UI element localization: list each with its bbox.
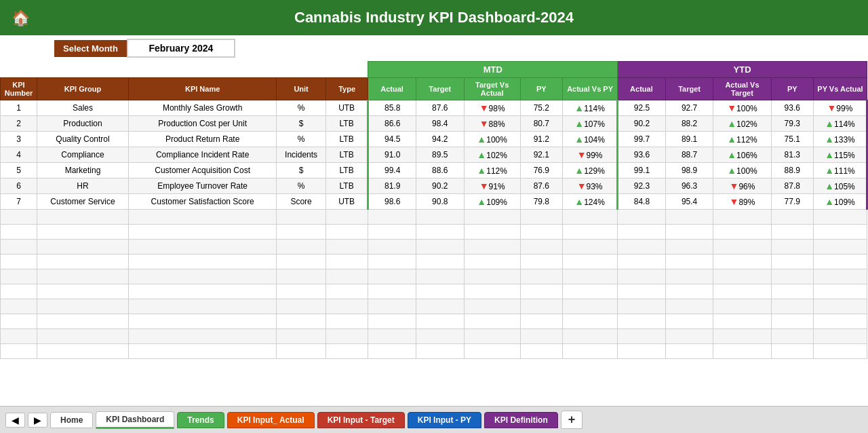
col-ytd-avst: Actual Vs Target: [713, 78, 771, 100]
up-arrow-icon: ▲: [727, 118, 736, 129]
down-arrow-icon: ▼: [730, 196, 739, 207]
col-mtd-py: PY: [520, 78, 562, 100]
empty-row: [1, 225, 867, 240]
col-mtd-target: Target: [416, 78, 464, 100]
tab-home[interactable]: Home: [50, 412, 93, 428]
col-unit: Unit: [277, 78, 326, 100]
tab-kpi-dashboard[interactable]: KPI Dashboard: [96, 411, 174, 429]
nav-next-button[interactable]: ▶: [28, 413, 47, 428]
up-arrow-icon: ▲: [574, 118, 584, 129]
kpi-table: MTD YTD KPI Number KPI Group KPI Name Un…: [0, 61, 868, 359]
down-arrow-icon: ▼: [479, 118, 489, 129]
month-label: Select Month: [54, 40, 127, 57]
col-ytd-actual: Actual: [618, 78, 666, 100]
up-arrow-icon: ▲: [477, 134, 486, 145]
down-arrow-icon: ▼: [827, 102, 837, 113]
column-header-row: KPI Number KPI Group KPI Name Unit Type …: [1, 78, 867, 100]
tab-trends[interactable]: Trends: [177, 412, 224, 428]
up-arrow-icon: ▲: [477, 165, 486, 176]
app-header: 🏠 Cannabis Industry KPI Dashboard-2024: [0, 0, 868, 35]
down-arrow-icon: ▼: [577, 149, 587, 160]
empty-row: [1, 329, 867, 344]
col-mtd-tva: Target Vs Actual: [464, 78, 520, 100]
up-arrow-icon: ▲: [574, 196, 584, 207]
empty-row: [1, 284, 867, 299]
empty-row: [1, 299, 867, 314]
up-arrow-icon: ▲: [574, 102, 584, 113]
kpi-table-body: 1SalesMonthly Sales Growth%UTB85.887.6▼9…: [1, 100, 867, 359]
col-type: Type: [326, 78, 368, 100]
col-ytd-pvsa: PY Vs Actual: [813, 78, 867, 100]
table-row: 5MarketingCustomer Acquisition Cost$LTB9…: [1, 163, 867, 178]
month-value[interactable]: February 2024: [127, 39, 235, 58]
up-arrow-icon: ▲: [825, 165, 834, 176]
month-selector-row: Select Month February 2024: [0, 35, 868, 61]
section-header-row: MTD YTD: [1, 62, 867, 78]
col-ytd-target: Target: [665, 78, 713, 100]
table-row: 7Customer ServiceCustomer Satisfaction S…: [1, 194, 867, 210]
down-arrow-icon: ▼: [577, 181, 587, 191]
table-row: 2ProductionProduction Cost per Unit$LTB8…: [1, 116, 867, 132]
empty-row: [1, 240, 867, 255]
col-mtd-avspy: Actual Vs PY: [563, 78, 618, 100]
home-icon[interactable]: 🏠: [7, 5, 34, 31]
col-kpi-group: KPI Group: [37, 78, 129, 100]
down-arrow-icon: ▼: [730, 181, 739, 191]
ytd-section-header: YTD: [618, 62, 867, 78]
bottom-tab-bar: ◀ ▶ Home KPI Dashboard Trends KPI Input_…: [0, 406, 868, 433]
col-ytd-py: PY: [771, 78, 813, 100]
up-arrow-icon: ▲: [477, 149, 486, 160]
up-arrow-icon: ▲: [727, 134, 736, 145]
empty-row: [1, 255, 867, 269]
up-arrow-icon: ▲: [477, 196, 486, 207]
tab-kpi-input-py[interactable]: KPI Input - PY: [408, 412, 481, 428]
table-row: 3Quality ControlProduct Return Rate%LTB9…: [1, 132, 867, 147]
tab-kpi-input-target[interactable]: KPI Input - Target: [317, 412, 405, 428]
empty-section: [1, 62, 368, 78]
up-arrow-icon: ▲: [825, 118, 834, 129]
up-arrow-icon: ▲: [727, 165, 736, 176]
col-kpi-name: KPI Name: [129, 78, 277, 100]
nav-prev-button[interactable]: ◀: [5, 413, 25, 428]
up-arrow-icon: ▲: [574, 165, 584, 176]
up-arrow-icon: ▲: [825, 181, 834, 191]
empty-row: [1, 314, 867, 329]
table-row: 4ComplianceCompliance Incident RateIncid…: [1, 147, 867, 163]
empty-row: [1, 210, 867, 225]
col-mtd-actual: Actual: [368, 78, 416, 100]
table-row: 1SalesMonthly Sales Growth%UTB85.887.6▼9…: [1, 100, 867, 116]
down-arrow-icon: ▼: [727, 102, 736, 113]
kpi-table-container: MTD YTD KPI Number KPI Group KPI Name Un…: [0, 61, 868, 359]
mtd-section-header: MTD: [368, 62, 618, 78]
empty-row: [1, 269, 867, 284]
down-arrow-icon: ▼: [479, 102, 489, 113]
tab-add-button[interactable]: +: [561, 411, 583, 429]
up-arrow-icon: ▲: [825, 134, 834, 145]
empty-row: [1, 344, 867, 359]
up-arrow-icon: ▲: [727, 149, 736, 160]
dashboard-title: Cannabis Industry KPI Dashboard-2024: [294, 9, 574, 26]
table-row: 6HREmployee Turnover Rate%LTB81.990.2▼91…: [1, 178, 867, 194]
col-kpi-number: KPI Number: [1, 78, 37, 100]
tab-kpi-definition[interactable]: KPI Definition: [484, 412, 558, 428]
tab-kpi-input-actual[interactable]: KPI Input_ Actual: [227, 412, 315, 428]
up-arrow-icon: ▲: [825, 149, 834, 160]
up-arrow-icon: ▲: [825, 196, 834, 207]
up-arrow-icon: ▲: [574, 134, 584, 145]
down-arrow-icon: ▼: [479, 181, 489, 191]
